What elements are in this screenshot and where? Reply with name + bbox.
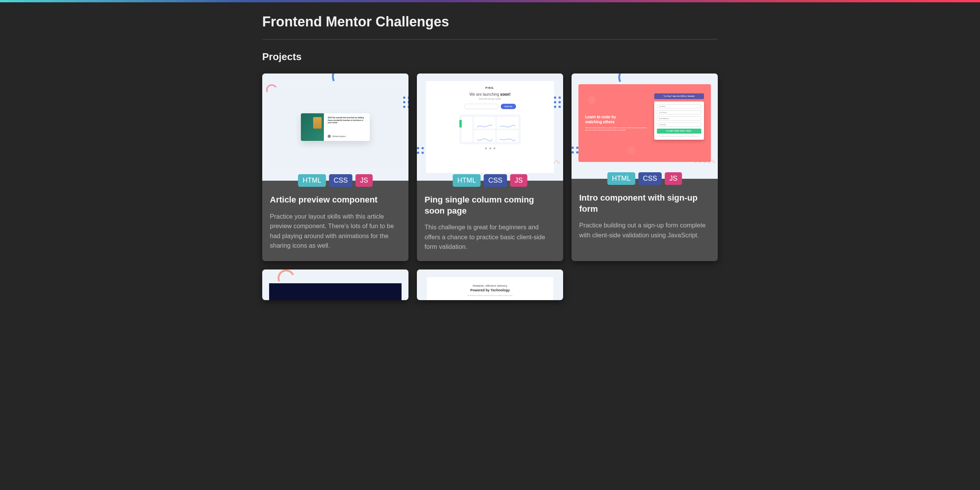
badge-js: JS	[510, 174, 528, 187]
thumb-card-text: Shift the overall look and feel by addin…	[324, 113, 370, 141]
thumb-hero-line2: watching others	[585, 120, 649, 125]
thumb-line1: Reliable, efficient delivery	[473, 284, 508, 287]
thumb-form-col: Try it free 7 days then $20/mo. thereaft…	[654, 93, 704, 153]
thumb-dashboard	[459, 114, 521, 144]
card-title: Intro component with sign-up form	[579, 193, 710, 214]
project-thumbnail: ∿∿∿∿∿ Learn to code by watching others S…	[572, 74, 718, 179]
thumb-stage: PING. We are launching soon! Subscribe a…	[426, 81, 554, 173]
page-container: Frontend Mentor Challenges Projects Shif…	[262, 2, 718, 315]
badge-css: CSS	[638, 172, 662, 185]
thumb-heading-pre: We are launching	[469, 92, 500, 96]
section-heading: Projects	[262, 51, 718, 63]
card-body: Intro component with sign-up form Practi…	[572, 179, 718, 249]
thumb-form: Notify Me	[464, 104, 516, 109]
thumb-logo: PING.	[485, 87, 495, 89]
project-thumbnail: Reliable, efficient delivery Powered by …	[417, 270, 563, 300]
page-title: Frontend Mentor Challenges	[262, 14, 718, 30]
thumb-stage: Reliable, efficient delivery Powered by …	[427, 277, 553, 300]
badge-js: JS	[356, 174, 373, 187]
card-description: This challenge is great for beginners an…	[425, 222, 555, 252]
tech-badges: HTML CSS JS	[452, 174, 527, 187]
thumb-terms-text: By clicking the button, you are agreeing…	[657, 136, 701, 137]
thumb-firstname-field: Jonathan	[657, 104, 701, 108]
project-thumbnail	[262, 270, 408, 300]
tech-badges: HTML CSS JS	[298, 174, 372, 187]
thumb-wrap: Shift the overall look and feel by addin…	[262, 74, 408, 181]
thumb-heading: We are launching soon!	[469, 92, 511, 96]
thumb-signup-form: Jonathan Last Name Email Address Passwor…	[654, 101, 704, 140]
thumb-hero-sub: See how experienced developers solve pro…	[585, 127, 649, 131]
thumb-dash-side	[462, 117, 472, 142]
project-thumbnail: ∿∿∿∿∿ PING. We are launching soon! Subsc…	[417, 74, 563, 181]
thumb-notify-button: Notify Me	[501, 104, 516, 109]
thumb-submit-button: CLAIM YOUR FREE TRIAL	[657, 129, 701, 134]
thumb-subtext: Subscribe and get notified	[479, 98, 501, 100]
thumb-author-name: Michelle Appleton	[332, 136, 346, 137]
project-card[interactable]: Reliable, efficient delivery Powered by …	[417, 270, 563, 300]
thumb-inner-card: Shift the overall look and feel by addin…	[301, 113, 370, 141]
thumb-wrap: ∿∿∿∿∿ Learn to code by watching others S…	[572, 74, 718, 179]
project-card[interactable]: ∿∿∿∿∿ Learn to code by watching others S…	[572, 74, 718, 261]
project-card[interactable]: ∿∿∿∿∿ PING. We are launching soon! Subsc…	[417, 74, 563, 261]
card-title: Ping single column coming soon page	[425, 194, 555, 216]
card-title: Article preview component	[270, 194, 401, 206]
avatar-icon	[328, 135, 331, 138]
project-card[interactable]	[262, 270, 408, 300]
card-description: Practice building out a sign-up form com…	[579, 220, 710, 240]
badge-html: HTML	[452, 174, 480, 187]
thumb-lastname-field: Last Name	[657, 110, 701, 114]
thumb-hero-line1: Learn to code by	[585, 115, 649, 120]
badge-js: JS	[665, 172, 682, 185]
thumb-hero-text: Learn to code by watching others See how…	[585, 93, 649, 153]
thumb-dash-cell	[474, 117, 495, 129]
card-body: Ping single column coming soon page This…	[417, 181, 563, 261]
projects-grid: Shift the overall look and feel by addin…	[262, 74, 718, 300]
badge-css: CSS	[483, 174, 507, 187]
thumb-social-icons	[485, 147, 495, 149]
thumb-dash-cell	[497, 117, 518, 129]
thumb-heading-bold: soon!	[500, 92, 511, 96]
thumb-author-row: Michelle Appleton	[328, 135, 366, 138]
thumb-line2: Powered by Technology	[470, 288, 510, 292]
thumb-trial-banner: Try it free 7 days then $20/mo. thereaft…	[654, 93, 704, 99]
project-thumbnail: Shift the overall look and feel by addin…	[262, 74, 408, 181]
badge-html: HTML	[298, 174, 326, 187]
thumb-email-field: Email Address	[657, 116, 701, 121]
badge-css: CSS	[329, 174, 352, 187]
thumb-card-headline: Shift the overall look and feel by addin…	[328, 116, 366, 124]
thumb-email-input	[464, 104, 498, 109]
thumb-stage: Learn to code by watching others See how…	[578, 84, 711, 162]
divider	[262, 39, 718, 39]
thumb-wrap: ∿∿∿∿∿ PING. We are launching soon! Subsc…	[417, 74, 563, 181]
badge-html: HTML	[607, 172, 635, 185]
card-description: Practice your layout skills with this ar…	[270, 212, 401, 251]
thumb-stage: Shift the overall look and feel by addin…	[269, 87, 402, 167]
thumb-password-field: Password	[657, 122, 701, 127]
thumb-subtext: Our Artificial Intelligence powered tool…	[467, 294, 512, 296]
thumb-stage	[269, 283, 402, 300]
tech-badges: HTML CSS JS	[607, 172, 682, 185]
thumb-card-image	[301, 113, 324, 141]
thumb-dash-cell	[497, 130, 518, 142]
thumb-dash-cell	[474, 130, 495, 142]
card-body: Article preview component Practice your …	[262, 181, 408, 260]
project-card[interactable]: Shift the overall look and feel by addin…	[262, 74, 408, 261]
